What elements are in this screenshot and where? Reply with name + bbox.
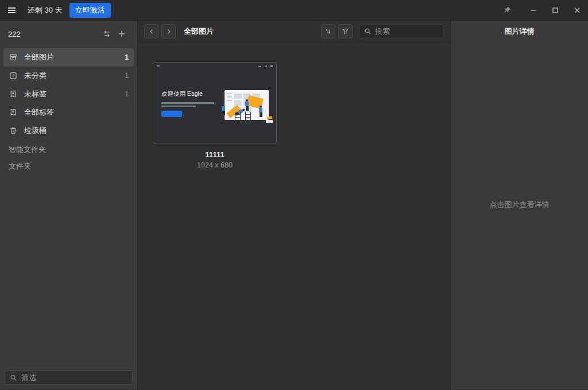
sidebar-section-smart-folders[interactable]: 智能文件夹 [0, 141, 137, 158]
sidebar: 222 全部图片1?未分类1未标签1全部标签垃圾桶 智能文件夹文件夹 [0, 21, 138, 389]
sidebar-header: 222 [0, 21, 137, 47]
main-toolbar: 全部图片 [138, 21, 450, 42]
current-view-title: 全部图片 [184, 26, 214, 37]
thumb-desc-line [161, 106, 196, 107]
sidebar-item-untagged[interactable]: 未标签1 [3, 85, 134, 103]
sidebar-nav: 全部图片1?未分类1未标签1全部标签垃圾桶 [0, 47, 137, 141]
thumb-cta-button [161, 111, 182, 117]
details-panel-title: 图片详情 [451, 21, 588, 42]
add-folder-button[interactable] [114, 26, 129, 41]
sidebar-item-all-images[interactable]: 全部图片1 [3, 48, 134, 67]
sidebar-item-label: 未分类 [24, 71, 125, 81]
sidebar-item-label: 全部图片 [24, 52, 125, 63]
all-tags-icon [9, 108, 18, 117]
forward-button[interactable] [161, 24, 176, 38]
search-icon [364, 28, 372, 35]
close-button[interactable] [566, 0, 588, 21]
maximize-button[interactable] [544, 0, 566, 21]
maximize-icon [551, 6, 559, 14]
plus-icon [117, 29, 126, 38]
trash-icon [9, 126, 18, 135]
sidebar-item-all-tags[interactable]: 全部标签 [3, 103, 134, 122]
sidebar-item-trash[interactable]: 垃圾桶 [3, 122, 134, 140]
pin-icon [503, 6, 512, 14]
sidebar-item-count: 1 [125, 53, 129, 61]
main-panel: 全部图片 [138, 21, 450, 389]
swap-arrows-icon [102, 29, 111, 38]
sidebar-filter-input[interactable] [21, 373, 127, 382]
uncategorized-icon: ? [9, 71, 18, 80]
titlebar: 还剩 30 天 立即激活 [0, 0, 588, 21]
sort-folders-button[interactable] [99, 26, 114, 41]
sidebar-item-label: 垃圾桶 [24, 126, 129, 136]
activate-now-button[interactable]: 立即激活 [69, 3, 111, 18]
search-box [359, 24, 444, 38]
thumb-welcome-title: 欢迎使用 Eagle [161, 90, 203, 98]
image-grid: 欢迎使用 Eagle [138, 42, 450, 389]
library-name: 222 [8, 30, 21, 38]
svg-text:?: ? [12, 73, 14, 79]
image-name[interactable]: 11111 [153, 150, 277, 159]
thumb-window-titlebar [153, 63, 276, 69]
sidebar-item-label: 全部标签 [24, 107, 129, 118]
sidebar-item-label: 未标签 [24, 89, 125, 99]
hamburger-icon [8, 7, 16, 13]
search-input[interactable] [375, 27, 439, 36]
image-thumbnail[interactable]: 欢迎使用 Eagle [153, 62, 277, 143]
app-menu-button[interactable] [0, 0, 23, 21]
all-images-icon [9, 53, 18, 62]
chevron-left-icon [148, 28, 156, 36]
close-icon [573, 6, 581, 14]
sidebar-item-uncategorized[interactable]: ?未分类1 [3, 67, 134, 85]
sidebar-section-folders[interactable]: 文件夹 [0, 158, 137, 174]
trial-remaining-text: 还剩 30 天 [28, 5, 63, 15]
sort-order-button[interactable] [321, 24, 335, 38]
image-item[interactable]: 欢迎使用 Eagle [153, 62, 277, 169]
details-empty-hint: 点击图片查看详情 [451, 200, 588, 210]
funnel-icon [341, 27, 350, 36]
sidebar-item-count: 1 [125, 90, 129, 98]
search-icon [10, 374, 17, 381]
filter-button[interactable] [338, 24, 353, 38]
sort-arrows-icon [324, 27, 332, 36]
back-button[interactable] [144, 24, 158, 38]
image-dimensions: 588 x 390 [153, 161, 277, 169]
thumb-illustration [221, 88, 273, 123]
minimize-button[interactable] [523, 0, 544, 21]
untagged-icon [9, 89, 18, 99]
minimize-icon [529, 6, 537, 14]
chevron-right-icon [165, 28, 173, 36]
sidebar-sections: 智能文件夹文件夹 [0, 141, 137, 174]
thumb-desc-line [161, 102, 214, 104]
pin-window-button[interactable] [496, 0, 518, 21]
details-panel: 图片详情 点击图片查看详情 [450, 21, 588, 389]
sidebar-item-count: 1 [125, 72, 129, 80]
sidebar-filter-box [5, 370, 133, 385]
